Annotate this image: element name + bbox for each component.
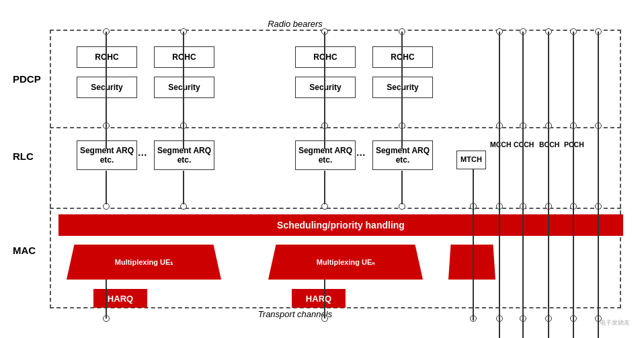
vline-pcch xyxy=(598,32,599,338)
vline-ue1-left-mid xyxy=(106,125,107,140)
mac-label: MAC xyxy=(13,245,36,256)
vline-uen-left-bot xyxy=(324,171,325,204)
vline-bcch2 xyxy=(573,32,574,338)
vline-ue1-right-bot xyxy=(183,171,184,204)
rohc-uen-right: ROHC xyxy=(372,46,433,68)
ccch-label: CCCH xyxy=(514,140,534,149)
radio-bearers-label: Radio bearers xyxy=(268,19,323,29)
dots-ue1: ··· xyxy=(138,149,147,161)
pdcp-label: PDCP xyxy=(13,73,41,85)
vline-ue1-right-mid xyxy=(183,125,184,140)
segment-uen-left: Segment ARQ etc. xyxy=(295,140,356,170)
vline-mcch xyxy=(499,32,500,338)
diagram-container: Radio bearers Transport channels PDCP RL… xyxy=(13,9,631,329)
vline-rohc1-bot xyxy=(106,68,107,77)
rohc-uen-left: ROHC xyxy=(295,46,356,68)
rohc-ue1-right: ROHC xyxy=(154,46,214,68)
vline-ue1-left-sec xyxy=(106,100,107,122)
divider-pdcp-rlc xyxy=(50,127,621,128)
vline-rohc2-bot xyxy=(183,68,184,77)
dots-uen: ··· xyxy=(356,149,365,161)
vline-uen-left-mid xyxy=(324,125,325,140)
rlc-label: RLC xyxy=(13,151,34,162)
vline-rohc4-top xyxy=(401,32,403,46)
mux-uen: Multiplexing UEₙ xyxy=(268,245,423,280)
segment-uen-right: Segment ARQ etc. xyxy=(372,140,433,170)
security-ue1-left: Security xyxy=(77,77,137,98)
bcch-label: BCCH xyxy=(539,140,559,149)
watermark: 电子发烧友 xyxy=(600,319,630,327)
mux-third xyxy=(448,245,495,280)
segment-ue1-right: Segment ARQ etc. xyxy=(154,140,214,170)
segment-ue1-left: Segment ARQ etc. xyxy=(77,140,137,170)
rohc-ue1-left: ROHC xyxy=(77,46,137,68)
vline-rohc2-top xyxy=(183,32,184,46)
vline-ue1-left-bot xyxy=(106,171,107,204)
vline-ccch xyxy=(522,32,524,338)
vline-bcch xyxy=(548,32,549,338)
vline-rohc1-top xyxy=(106,32,107,46)
security-ue1-right: Security xyxy=(154,77,214,98)
vline-harq1-bot xyxy=(106,280,107,319)
mtch-box: MTCH xyxy=(456,151,486,169)
vline-rohc4-bot xyxy=(401,68,403,77)
mux-ue1: Multiplexing UE₁ xyxy=(67,245,221,280)
scheduling-bar: Scheduling/priority handling xyxy=(58,214,623,236)
mcch-label: MCCH xyxy=(490,140,512,149)
vline-mtch xyxy=(473,169,474,321)
vline-harq2-bot xyxy=(324,280,325,319)
vline-rohc3-bot xyxy=(324,68,325,77)
harq-ue1: HARQ xyxy=(93,289,147,308)
security-uen-right: Security xyxy=(372,77,433,98)
security-uen-left: Security xyxy=(295,77,356,98)
divider-rlc-mac xyxy=(50,208,621,209)
harq-uen: HARQ xyxy=(292,289,346,308)
vline-uen-right-bot xyxy=(401,171,403,204)
vline-uen-right-mid xyxy=(401,125,403,140)
vline-rohc3-top xyxy=(324,32,325,46)
